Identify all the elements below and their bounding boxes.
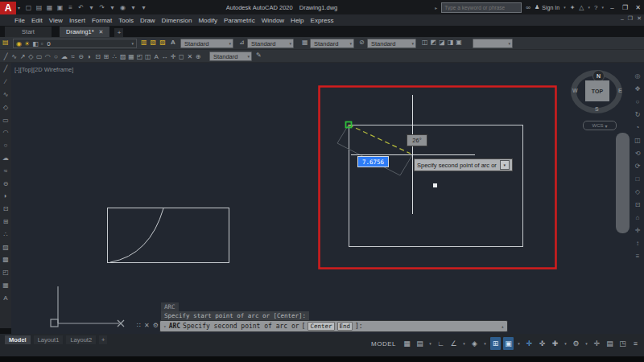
draw-toolbar-icon[interactable]: ◠ (1, 126, 11, 139)
navigation-tool-icon[interactable]: ⊡ (633, 198, 643, 211)
combo-caret-icon[interactable]: ▾ (508, 41, 510, 46)
signin-caret-icon[interactable]: ▾ (564, 5, 566, 10)
draw-tool-icon[interactable]: ≈ (68, 51, 76, 61)
draw-tool-icon[interactable]: ⊞ (102, 51, 110, 61)
status-toggle-icon[interactable]: ▤ (605, 337, 615, 350)
status-toggle-icon[interactable]: ✛ (524, 337, 535, 350)
navigation-tool-icon[interactable]: ⟳ (633, 159, 643, 172)
quick-access-icon[interactable]: ◉ (119, 2, 126, 12)
sign-in-button[interactable]: ♟ Sign In (535, 4, 559, 10)
status-toggle-icon[interactable]: ≡ (630, 337, 641, 350)
layout-tab[interactable]: Model (5, 335, 31, 344)
status-toggle-icon[interactable]: ◳ (617, 337, 628, 350)
wcs-caret-icon[interactable]: ▾ (605, 123, 607, 129)
draw-tool-icon[interactable]: ▨ (118, 51, 126, 61)
viewcube-south[interactable]: S (595, 106, 599, 112)
status-toggle-icon[interactable]: ▾ (584, 337, 589, 350)
autocad-logo-icon[interactable]: A (0, 2, 16, 14)
combo-caret-icon[interactable]: ▾ (349, 41, 352, 46)
text-style-icon[interactable]: A (171, 39, 175, 46)
quick-access-icon[interactable]: ≡ (67, 2, 74, 12)
draw-toolbar-icon[interactable]: ▨ (1, 241, 11, 253)
navigation-tool-icon[interactable]: □ (633, 172, 643, 185)
navigation-tool-icon[interactable]: ⟲ (633, 146, 643, 159)
annotation-tool-icon[interactable]: ◨ (448, 39, 454, 46)
navigation-tool-icon[interactable]: ◎ (633, 69, 643, 82)
tab-start[interactable]: Start (5, 27, 52, 37)
status-toggle-icon[interactable]: ▣ (503, 337, 514, 350)
draw-tool-icon[interactable]: ⊡ (93, 51, 101, 61)
draw-tool-icon[interactable]: A (152, 51, 160, 61)
menu-item[interactable]: Tools (115, 14, 137, 26)
layout-tab[interactable]: Layout2 (66, 335, 96, 344)
command-close-icon[interactable]: ✕ (144, 322, 150, 329)
navigation-tool-icon[interactable]: ◫ (633, 134, 643, 146)
draw-toolbar-icon[interactable]: ▭ (1, 113, 11, 126)
draw-tool-icon[interactable]: ⊕ (194, 51, 202, 61)
menu-item[interactable]: Window (258, 14, 287, 26)
quick-access-icon[interactable]: ▾ (109, 2, 116, 12)
text-style-combo[interactable]: Standard ▾ (180, 39, 233, 48)
navigation-tool-icon[interactable]: ↕ (633, 237, 643, 249)
command-wrench-icon[interactable]: ⚙ (153, 322, 159, 329)
navigation-tool-icon[interactable]: ◔ (633, 121, 643, 134)
draw-tool-icon[interactable]: ◗ (85, 51, 93, 61)
viewcube-top-face[interactable]: TOP (585, 80, 609, 101)
layer-tool-icon[interactable]: ▥ (141, 39, 147, 46)
layer-tool-icon[interactable]: ▨ (159, 39, 166, 46)
draw-toolbar-icon[interactable]: ⊞ (1, 216, 11, 228)
draw-tool-icon[interactable]: ∴ (110, 51, 118, 61)
status-toggle-icon[interactable]: ⊞ (490, 337, 501, 350)
model-space-canvas[interactable] (11, 63, 644, 334)
connected-caret-icon[interactable]: ▾ (588, 5, 591, 10)
draw-toolbar-icon[interactable]: ◇ (1, 101, 11, 113)
annotation-tool-icon[interactable]: ▣ (456, 39, 462, 46)
draw-tool-icon[interactable]: ◰ (135, 51, 143, 61)
table-style-icon[interactable]: ▦ (302, 39, 308, 46)
draw-tool-icon[interactable]: ✛ (169, 51, 177, 61)
menu-item[interactable]: Modify (195, 14, 221, 26)
layout-tab[interactable]: + (99, 335, 107, 344)
menu-item[interactable]: Insert (66, 14, 89, 26)
menu-item[interactable]: Edit (28, 14, 46, 26)
draw-tool-icon[interactable]: ╱ (2, 51, 10, 61)
draw-toolbar-icon[interactable]: ◗ (1, 190, 11, 203)
draw-toolbar-icon[interactable]: ⊡ (1, 203, 11, 216)
new-tab-button[interactable]: + (114, 28, 123, 37)
combo-caret-icon[interactable]: ▾ (411, 41, 414, 46)
navigation-tool-icon[interactable]: ○ (633, 95, 643, 108)
menu-item[interactable]: Express (308, 14, 337, 26)
draw-toolbar-icon[interactable]: ∕ (1, 76, 11, 88)
tab-close-icon[interactable]: ✕ (99, 29, 104, 35)
menu-item[interactable]: View (46, 14, 66, 26)
draw-toolbar-icon[interactable]: ╱ (1, 63, 11, 76)
quick-access-icon[interactable]: ▾ (88, 2, 95, 12)
draw-tool-icon[interactable]: ☁ (60, 51, 68, 61)
dim-style-combo[interactable]: Standard ▾ (247, 39, 294, 48)
annotation-tool-icon[interactable]: ◫ (422, 39, 428, 46)
status-toggle-icon[interactable]: ▤ (415, 337, 425, 350)
draw-toolbar-icon[interactable]: ▦ (1, 279, 11, 292)
status-toggle-icon[interactable]: ✛ (592, 337, 602, 350)
dim-style-icon[interactable]: ⊿ (239, 39, 245, 46)
status-toggle-icon[interactable]: ▾ (516, 337, 522, 350)
layer-sun-icon[interactable]: ☀ (24, 40, 30, 47)
draw-toolbar-icon[interactable]: ∿ (1, 88, 11, 101)
command-grip-icon[interactable]: ∷ (137, 322, 141, 329)
navigation-tool-icon[interactable]: ⌂ (633, 211, 643, 224)
menu-item[interactable]: Parametric (221, 14, 258, 26)
quick-access-icon[interactable]: ↶ (77, 2, 85, 12)
command-line-input[interactable]: ▾ ARC Specify second point of arc or [ C… (159, 320, 508, 332)
model-space-toggle[interactable]: MODEL (371, 340, 396, 348)
navigation-tool-icon[interactable]: ↻ (633, 108, 643, 121)
layer-tool-icon[interactable]: ▧ (151, 39, 157, 46)
draw-tool-icon[interactable]: ↗ (19, 51, 27, 61)
status-toggle-icon[interactable]: ▾ (461, 337, 467, 350)
wcs-dropdown[interactable]: WCS ▾ (583, 121, 617, 130)
mleader-style-icon[interactable]: ⊘ (359, 39, 365, 46)
style-edit-icon[interactable]: ✎ (256, 51, 262, 59)
status-toggle-icon[interactable]: ✜ (537, 337, 547, 350)
draw-tool-icon[interactable]: ▭ (35, 51, 43, 61)
restore-button[interactable]: ❐ (621, 4, 630, 11)
draw-toolbar-icon[interactable]: ⊖ (1, 177, 11, 190)
